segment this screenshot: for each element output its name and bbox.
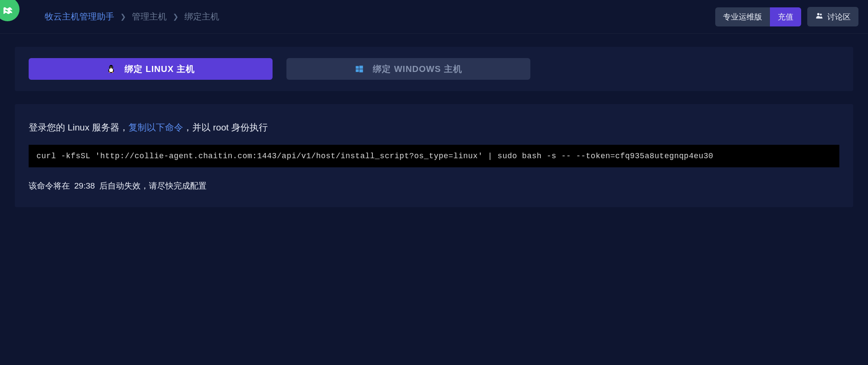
svg-rect-11 — [356, 69, 359, 72]
chevron-right-icon: ❯ — [120, 13, 126, 21]
recharge-label: 充值 — [778, 12, 793, 22]
expire-text: 该命令将在 29:38 后自动失效，请尽快完成配置 — [29, 180, 839, 192]
expire-countdown: 29:38 — [74, 181, 95, 191]
svg-rect-12 — [359, 69, 363, 72]
pro-recharge-group: 专业运维版 充值 — [715, 7, 801, 26]
forum-button[interactable]: 讨论区 — [807, 7, 858, 26]
install-command-code[interactable]: curl -kfsSL 'http://collie-agent.chaitin… — [29, 145, 839, 167]
svg-point-8 — [112, 67, 112, 67]
users-icon — [815, 11, 824, 22]
expire-suffix: 后自动失效，请尽快完成配置 — [99, 180, 207, 192]
forum-label: 讨论区 — [827, 12, 851, 22]
main-content: 绑定 LINUX 主机 绑定 WINDOWS 主机 登录您的 Linux 服务器… — [0, 34, 868, 220]
tab-linux-label: 绑定 LINUX 主机 — [125, 63, 195, 75]
pro-edition-button[interactable]: 专业运维版 — [715, 7, 770, 26]
windows-icon — [355, 64, 364, 74]
tab-windows-label: 绑定 WINDOWS 主机 — [373, 63, 462, 75]
bind-tabs-panel: 绑定 LINUX 主机 绑定 WINDOWS 主机 — [15, 47, 853, 91]
linux-icon — [106, 64, 116, 74]
svg-point-1 — [820, 13, 822, 15]
tab-windows[interactable]: 绑定 WINDOWS 主机 — [286, 58, 530, 80]
breadcrumb-app[interactable]: 牧云主机管理助手 — [45, 11, 114, 23]
breadcrumb-item-bind[interactable]: 绑定主机 — [184, 11, 219, 23]
pro-edition-label: 专业运维版 — [723, 12, 762, 22]
breadcrumb-item-manage[interactable]: 管理主机 — [132, 11, 167, 23]
svg-point-7 — [110, 67, 111, 67]
breadcrumb: 牧云主机管理助手 ❯ 管理主机 ❯ 绑定主机 — [45, 11, 219, 23]
header-left: 牧云主机管理助手 ❯ 管理主机 ❯ 绑定主机 — [0, 0, 219, 33]
instruction-text: 登录您的 Linux 服务器， 复制以下命令 ，并以 root 身份执行 — [29, 121, 839, 134]
recharge-button[interactable]: 充值 — [770, 7, 801, 26]
expire-prefix: 该命令将在 — [29, 180, 70, 192]
svg-rect-10 — [359, 66, 363, 69]
copy-command-link[interactable]: 复制以下命令 — [128, 121, 183, 134]
logo-icon — [0, 2, 15, 16]
instruction-panel: 登录您的 Linux 服务器， 复制以下命令 ，并以 root 身份执行 cur… — [15, 104, 853, 207]
app-logo[interactable] — [0, 0, 20, 21]
instruction-suffix: ，并以 root 身份执行 — [183, 121, 268, 134]
header-right: 专业运维版 充值 讨论区 — [715, 7, 858, 26]
chevron-right-icon: ❯ — [173, 13, 178, 21]
svg-point-0 — [817, 13, 819, 15]
tab-linux[interactable]: 绑定 LINUX 主机 — [29, 58, 273, 80]
instruction-prefix: 登录您的 Linux 服务器， — [29, 121, 128, 134]
svg-rect-9 — [356, 66, 359, 68]
header: 牧云主机管理助手 ❯ 管理主机 ❯ 绑定主机 专业运维版 充值 — [0, 0, 868, 34]
